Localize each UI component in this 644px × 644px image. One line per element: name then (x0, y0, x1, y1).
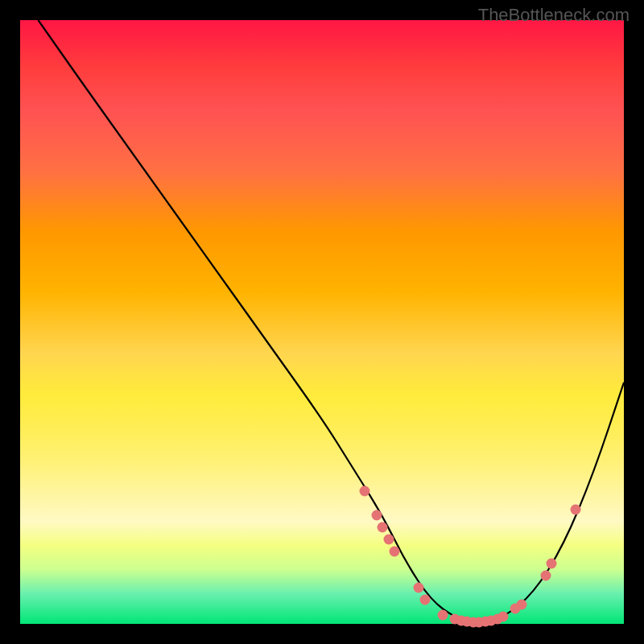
chart-data-point (419, 595, 430, 605)
chart-data-point (378, 522, 388, 533)
chart-data-point (359, 486, 369, 497)
chart-plot-area (20, 20, 624, 624)
chart-data-point (498, 612, 509, 622)
chart-data-point (383, 535, 394, 545)
chart-data-point (438, 609, 448, 620)
chart-data-point (547, 559, 557, 569)
chart-data-point (414, 583, 424, 593)
chart-curve (20, 20, 624, 624)
chart-data-point (571, 504, 581, 514)
chart-data-point (371, 510, 382, 521)
chart-data-point (390, 547, 400, 557)
chart-data-point (516, 600, 526, 610)
chart-data-point (540, 571, 551, 581)
watermark-text: TheBottleneck.com (478, 5, 630, 26)
